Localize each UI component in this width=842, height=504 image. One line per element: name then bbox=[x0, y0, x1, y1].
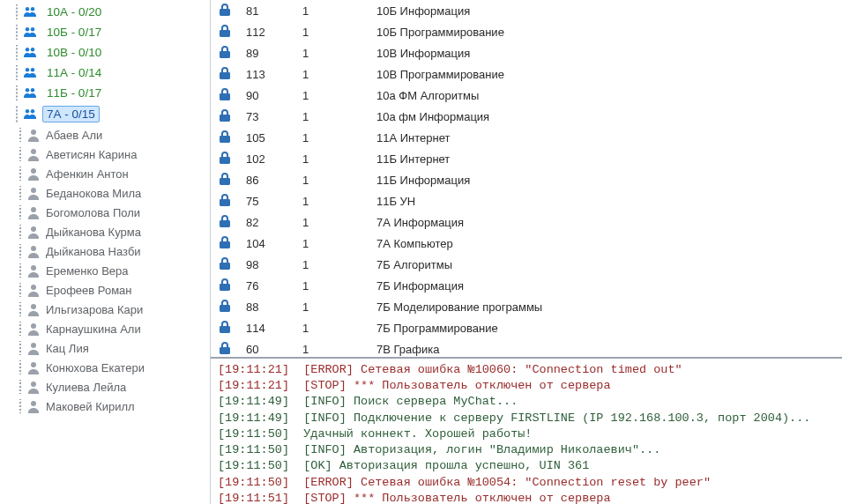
student-row[interactable]: Карнаушкина Али bbox=[0, 319, 210, 338]
table-wrap[interactable]: 81110Б Информация112110Б Программировани… bbox=[211, 0, 842, 359]
person-icon bbox=[26, 147, 41, 161]
student-name: Маковей Кирилл bbox=[46, 400, 135, 413]
sidebar[interactable]: 10А - 0/2010Б - 0/1710В - 0/1011А - 0/14… bbox=[0, 0, 211, 504]
group-row[interactable]: 10А - 0/20 bbox=[0, 2, 210, 22]
cell-id: 76 bbox=[239, 275, 295, 296]
table-row[interactable]: 105111А Интернет bbox=[211, 127, 842, 148]
student-row[interactable]: Маковей Кирилл bbox=[0, 397, 210, 416]
table-row[interactable]: 75111Б УН bbox=[211, 190, 842, 211]
table-row[interactable]: 73110а фм Информация bbox=[211, 106, 842, 127]
table-row[interactable]: 86111Б Информация bbox=[211, 169, 842, 190]
cell-name: 7А Компьютер bbox=[369, 233, 842, 254]
log-line: [19:11:50] [OK] Авторизация прошла успеш… bbox=[218, 458, 835, 474]
log-line: [19:11:50] [INFO] Авторизация, логин "Вл… bbox=[218, 442, 835, 458]
student-name: Ерофеев Роман bbox=[46, 284, 131, 297]
lock-icon bbox=[218, 323, 232, 337]
table-row[interactable]: 89110В Информация bbox=[211, 42, 842, 63]
group-label: 10Б - 0/17 bbox=[42, 25, 106, 40]
student-name: Дыйканова Курма bbox=[46, 226, 141, 239]
table-row[interactable]: 7617Б Информация bbox=[211, 275, 842, 296]
tree-connector bbox=[16, 186, 25, 200]
tree-connector bbox=[16, 380, 25, 394]
person-icon bbox=[26, 128, 41, 142]
lock-icon bbox=[218, 91, 232, 104]
student-row[interactable]: Богомолова Поли bbox=[0, 203, 210, 222]
table-row[interactable]: 90110а ФМ Алгоритмы bbox=[211, 85, 842, 106]
group-row[interactable]: 11Б - 0/17 bbox=[0, 83, 210, 103]
lock-icon bbox=[218, 70, 232, 83]
cell-count: 1 bbox=[295, 106, 369, 127]
student-row[interactable]: Беданокова Мила bbox=[0, 183, 210, 203]
cell-id: 82 bbox=[239, 211, 295, 233]
student-name: Еременко Вера bbox=[46, 264, 129, 278]
log-panel[interactable]: [19:11:21] [ERROR] Сетевая ошибка №10060… bbox=[211, 359, 842, 504]
person-icon bbox=[26, 360, 41, 374]
table-row[interactable]: 8217А Информация bbox=[211, 211, 842, 233]
lock-icon bbox=[218, 6, 232, 19]
main-panel: 81110Б Информация112110Б Программировани… bbox=[211, 0, 842, 504]
tree-connector bbox=[16, 244, 25, 258]
group-label: 10В - 0/10 bbox=[42, 45, 106, 60]
log-line: [19:11:49] [INFO] Поиск сервера MyChat..… bbox=[218, 394, 835, 410]
person-icon bbox=[26, 399, 41, 413]
student-row[interactable]: Абаев Али bbox=[0, 125, 210, 145]
log-line: [19:11:51] [STOP] *** Пользователь отклю… bbox=[218, 491, 835, 504]
student-row[interactable]: Афенкин Антон bbox=[0, 164, 210, 183]
group-row[interactable]: 10Б - 0/17 bbox=[0, 22, 210, 42]
group-label: 11А - 0/14 bbox=[42, 65, 106, 80]
student-name: Кулиева Лейла bbox=[46, 381, 126, 394]
channel-table-body: 81110Б Информация112110Б Программировани… bbox=[211, 0, 842, 359]
tree-connector bbox=[16, 322, 25, 336]
cell-id: 105 bbox=[239, 127, 295, 148]
lock-icon bbox=[218, 112, 232, 125]
cell-id: 114 bbox=[239, 317, 295, 338]
table-row[interactable]: 8817Б Моделирование программы bbox=[211, 296, 842, 317]
cell-count: 1 bbox=[295, 190, 369, 211]
tree-connector bbox=[16, 399, 25, 413]
tree-connector bbox=[12, 4, 21, 19]
table-row[interactable]: 113110В Программирование bbox=[211, 63, 842, 85]
log-line: [19:11:21] [STOP] *** Пользователь отклю… bbox=[218, 378, 835, 394]
tree-connector bbox=[12, 25, 21, 40]
student-row[interactable]: Аветисян Карина bbox=[0, 145, 210, 164]
table-row[interactable]: 9817Б Алгоритмы bbox=[211, 254, 842, 275]
lock-icon bbox=[218, 196, 232, 210]
student-row[interactable]: Еременко Вера bbox=[0, 261, 210, 280]
cell-count: 1 bbox=[295, 317, 369, 338]
table-row[interactable]: 11417Б Программирование bbox=[211, 317, 842, 338]
student-row[interactable]: Кац Лия bbox=[0, 338, 210, 358]
group-label: 7А - 0/15 bbox=[42, 106, 100, 122]
table-row[interactable]: 6017В Графика bbox=[211, 338, 842, 359]
student-row[interactable]: Дыйканова Назби bbox=[0, 241, 210, 261]
student-name: Кац Лия bbox=[46, 342, 89, 355]
group-tree: 10А - 0/2010Б - 0/1710В - 0/1011А - 0/14… bbox=[0, 0, 210, 418]
cell-id: 89 bbox=[239, 42, 295, 63]
cell-count: 1 bbox=[295, 21, 369, 42]
student-row[interactable]: Конюхова Екатери bbox=[0, 358, 210, 377]
table-row[interactable]: 102111Б Интернет bbox=[211, 148, 842, 169]
student-row[interactable]: Кулиева Лейла bbox=[0, 377, 210, 397]
cell-count: 1 bbox=[295, 63, 369, 85]
group-row[interactable]: 10В - 0/10 bbox=[0, 42, 210, 63]
student-row[interactable]: Дыйканова Курма bbox=[0, 222, 210, 241]
group-row[interactable]: 11А - 0/14 bbox=[0, 63, 210, 83]
table-row[interactable]: 81110Б Информация bbox=[211, 0, 842, 21]
cell-id: 88 bbox=[239, 296, 295, 317]
student-name: Конюхова Екатери bbox=[46, 361, 145, 374]
table-row[interactable]: 10417А Компьютер bbox=[211, 233, 842, 254]
cell-count: 1 bbox=[295, 211, 369, 233]
student-name: Афенкин Антон bbox=[46, 167, 129, 181]
lock-icon bbox=[218, 48, 232, 62]
student-row[interactable]: Ильгизарова Кари bbox=[0, 300, 210, 319]
student-name: Карнаушкина Али bbox=[46, 322, 141, 336]
person-icon bbox=[26, 244, 41, 258]
cell-count: 1 bbox=[295, 275, 369, 296]
log-line: [19:11:50] Удачный коннект. Хорошей рабо… bbox=[218, 426, 835, 442]
tree-connector bbox=[16, 147, 25, 161]
table-row[interactable]: 112110Б Программирование bbox=[211, 21, 842, 42]
student-row[interactable]: Ерофеев Роман bbox=[0, 280, 210, 300]
people-icon bbox=[23, 6, 37, 19]
cell-id: 98 bbox=[239, 254, 295, 275]
group-row[interactable]: 7А - 0/15 bbox=[0, 103, 210, 125]
group-label: 10А - 0/20 bbox=[42, 4, 106, 19]
